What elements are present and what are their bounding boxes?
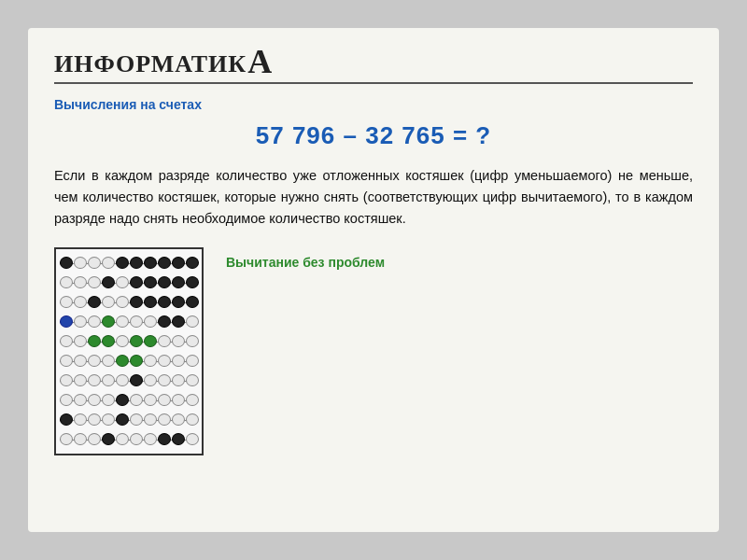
bead	[116, 374, 129, 386]
abacus-row	[60, 274, 198, 291]
bead	[186, 374, 199, 386]
bead	[186, 315, 199, 328]
bead	[158, 296, 171, 308]
bead	[158, 257, 171, 269]
bead	[144, 433, 157, 445]
bead	[102, 413, 115, 426]
bead	[186, 257, 199, 269]
bead	[130, 315, 143, 328]
bead	[102, 374, 115, 386]
abacus-row	[60, 294, 198, 311]
bead	[144, 413, 157, 426]
bead	[186, 335, 199, 347]
bead	[158, 335, 171, 347]
bead	[172, 276, 185, 288]
bead	[74, 355, 87, 367]
abacus-row	[60, 353, 198, 370]
logo-a: А	[247, 45, 272, 78]
bead	[60, 413, 73, 426]
bead	[116, 276, 129, 288]
bead	[74, 433, 87, 445]
bead	[172, 355, 185, 367]
bead	[144, 335, 157, 347]
bead	[144, 315, 157, 328]
bead	[130, 257, 143, 269]
bead	[102, 315, 115, 328]
abacus-label: Вычитание без проблем	[226, 255, 385, 270]
bead	[102, 257, 115, 269]
bead	[186, 296, 199, 308]
bead	[186, 276, 199, 288]
bead	[74, 394, 87, 406]
bead	[158, 276, 171, 288]
bead	[102, 394, 115, 406]
bead	[158, 315, 171, 328]
bead	[130, 433, 143, 445]
bead	[88, 315, 101, 328]
bead	[60, 433, 73, 445]
bead	[186, 413, 199, 426]
abacus-row	[60, 392, 198, 409]
abacus-container	[54, 247, 204, 455]
bead	[116, 355, 129, 367]
bead	[116, 296, 129, 308]
bead	[144, 296, 157, 308]
bead	[88, 355, 101, 367]
bead	[172, 315, 185, 328]
bead	[60, 276, 73, 288]
main-card: ИНФОРМАТИК А Вычисления на счетах 57 796…	[28, 28, 719, 532]
content-area: Вычитание без проблем	[54, 247, 693, 455]
bead	[102, 433, 115, 445]
bead	[88, 394, 101, 406]
bead	[74, 374, 87, 386]
bead	[116, 433, 129, 445]
bead	[130, 335, 143, 347]
bead	[144, 276, 157, 288]
bead	[60, 296, 73, 308]
bead	[172, 296, 185, 308]
bead	[144, 394, 157, 406]
bead	[144, 257, 157, 269]
bead	[130, 413, 143, 426]
bead	[88, 374, 101, 386]
bead	[74, 257, 87, 269]
bead	[172, 374, 185, 386]
abacus	[54, 247, 204, 455]
bead	[88, 296, 101, 308]
bead	[102, 296, 115, 308]
bead	[88, 335, 101, 347]
bead	[130, 355, 143, 367]
logo-bar: ИНФОРМАТИК А	[54, 45, 693, 84]
bead	[116, 257, 129, 269]
abacus-row	[60, 431, 198, 448]
bead	[102, 355, 115, 367]
bead	[158, 355, 171, 367]
bead	[172, 335, 185, 347]
bead	[144, 374, 157, 386]
bead	[144, 355, 157, 367]
bead	[60, 355, 73, 367]
bead	[130, 276, 143, 288]
bead	[158, 394, 171, 406]
abacus-row	[60, 372, 198, 389]
bead	[60, 374, 73, 386]
bead	[158, 433, 171, 445]
bead	[116, 413, 129, 426]
bead	[88, 413, 101, 426]
bead	[130, 296, 143, 308]
bead	[172, 433, 185, 445]
bead	[74, 276, 87, 288]
bead	[158, 413, 171, 426]
bead	[74, 413, 87, 426]
bead	[88, 257, 101, 269]
abacus-row	[60, 333, 198, 350]
abacus-row	[60, 314, 198, 330]
logo-text: ИНФОРМАТИК	[54, 50, 247, 78]
bead	[186, 355, 199, 367]
bead	[186, 394, 199, 406]
abacus-row	[60, 255, 198, 272]
bead	[116, 335, 129, 347]
bead	[172, 394, 185, 406]
abacus-row	[60, 412, 198, 428]
bead	[60, 257, 73, 269]
